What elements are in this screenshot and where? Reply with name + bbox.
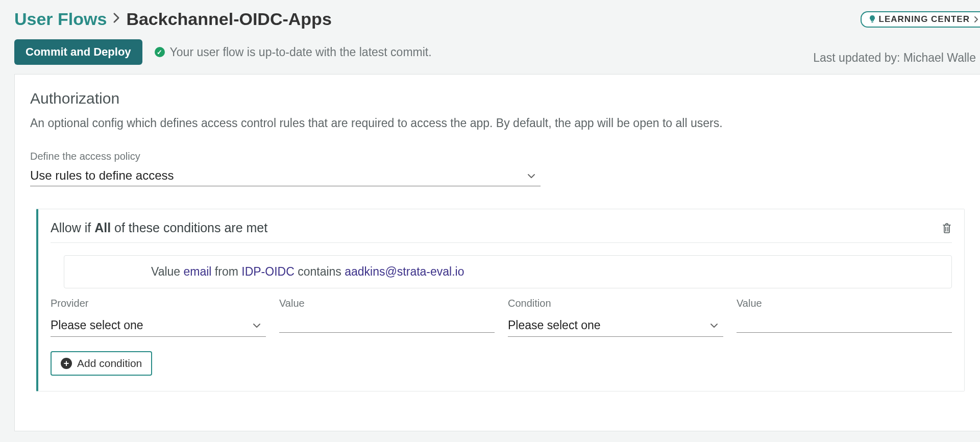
rule-title: Allow if All of these conditions are met	[51, 220, 267, 235]
trash-icon[interactable]	[942, 223, 952, 234]
chevron-right-icon	[113, 11, 120, 27]
add-condition-button[interactable]: + Add condition	[51, 351, 152, 376]
policy-select[interactable]: Use rules to define access	[30, 165, 541, 186]
chevron-down-icon	[710, 320, 723, 331]
status-text: Your user flow is up-to-date with the la…	[170, 45, 432, 59]
rule-title-bold: All	[94, 220, 111, 235]
condition-select[interactable]: Please select one	[508, 314, 723, 337]
condition-label: Condition	[508, 298, 723, 309]
cond-value-email: email	[184, 265, 212, 278]
plus-circle-icon: +	[61, 358, 72, 369]
condition-select-value: Please select one	[508, 318, 601, 332]
last-updated-text: Last updated by: Michael Walle	[813, 51, 976, 65]
learning-center-button[interactable]: LEARNING CENTER	[861, 11, 980, 28]
rule-title-prefix: Allow if	[51, 220, 94, 235]
rule-title-suffix: of these conditions are met	[111, 220, 267, 235]
cond-mid-contains: contains	[295, 265, 345, 278]
cond-prefix: Value	[151, 265, 184, 278]
policy-label: Define the access policy	[30, 151, 965, 162]
existing-condition[interactable]: Value email from IDP-OIDC contains aadki…	[64, 255, 952, 288]
commit-deploy-button[interactable]: Commit and Deploy	[14, 39, 142, 65]
lightbulb-icon	[869, 15, 876, 24]
policy-select-value: Use rules to define access	[30, 168, 174, 183]
value2-input[interactable]	[737, 314, 952, 333]
provider-label: Provider	[51, 298, 266, 309]
breadcrumb-root[interactable]: User Flows	[14, 9, 107, 29]
breadcrumb: User Flows Backchannel-OIDC-Apps	[14, 9, 976, 29]
breadcrumb-leaf: Backchannel-OIDC-Apps	[126, 9, 331, 29]
authorization-card: Authorization An optional config which d…	[14, 74, 980, 431]
cond-value-idp: IDP-OIDC	[241, 265, 295, 278]
section-title: Authorization	[30, 90, 965, 107]
provider-select-value: Please select one	[51, 318, 143, 332]
cond-value-result: aadkins@strata-eval.io	[345, 265, 464, 278]
chevron-right-icon	[974, 15, 978, 24]
value1-input[interactable]	[279, 314, 495, 333]
value1-label: Value	[279, 298, 495, 309]
chevron-down-icon	[253, 320, 266, 331]
provider-select[interactable]: Please select one	[51, 314, 266, 337]
rule-block: Allow if All of these conditions are met…	[36, 209, 965, 391]
cond-mid-from: from	[211, 265, 241, 278]
add-condition-label: Add condition	[77, 357, 142, 370]
check-circle-icon: ✓	[155, 47, 165, 57]
status-badge: ✓ Your user flow is up-to-date with the …	[155, 45, 432, 59]
learning-center-label: LEARNING CENTER	[879, 14, 970, 24]
section-desc: An optional config which defines access …	[30, 116, 965, 130]
svg-rect-0	[871, 21, 873, 22]
chevron-down-icon	[527, 170, 541, 181]
value2-label: Value	[737, 298, 952, 309]
